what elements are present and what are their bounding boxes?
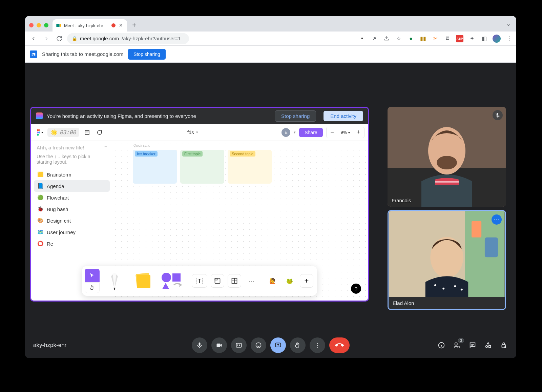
microphone-button[interactable] [192, 337, 207, 353]
extensions-puzzle-icon[interactable]: ✦ [468, 35, 476, 42]
chat-button[interactable] [468, 341, 477, 350]
tab-close-button[interactable]: ✕ [118, 23, 124, 28]
chevron-down-icon[interactable]: ▾ [294, 130, 296, 135]
side-panel-icon[interactable]: ◧ [480, 35, 488, 42]
close-window-button[interactable] [29, 23, 34, 27]
table-tool[interactable] [228, 274, 241, 288]
zoom-out-button[interactable]: − [327, 128, 337, 137]
activities-button[interactable] [484, 341, 493, 350]
people-button[interactable]: 3 [453, 341, 461, 350]
template-item[interactable]: 🟢Flowchart [34, 192, 110, 203]
participant-video [388, 107, 506, 207]
template-item[interactable]: 🎨Design crit [34, 215, 110, 226]
share-icon[interactable] [383, 35, 390, 42]
comment-tool-icon[interactable] [95, 128, 104, 137]
url-field[interactable]: 🔒 meet.google.com/aky-hzpk-ehr?authuser=… [67, 33, 189, 44]
bookmark-star-icon[interactable]: ☆ [395, 35, 402, 42]
canvas-card[interactable]: First topic [180, 150, 224, 184]
frame-tool-icon[interactable] [83, 128, 91, 137]
profile-avatar[interactable] [493, 35, 501, 43]
svg-rect-42 [489, 346, 491, 347]
figma-share-button[interactable]: Share [299, 128, 322, 137]
meeting-details-button[interactable] [437, 341, 446, 350]
figma-logo-icon [36, 112, 43, 119]
extension-green-check-icon[interactable]: ● [407, 35, 415, 42]
forward-button[interactable] [41, 34, 51, 44]
camera-indicator-icon[interactable]: ▪️ [358, 35, 366, 42]
figma-user-avatar[interactable]: E [282, 128, 290, 137]
shapes-tool[interactable] [158, 269, 185, 293]
self-tile[interactable]: ⋯ Elad Alon [388, 210, 506, 310]
reactions-button[interactable] [251, 337, 266, 353]
reload-button[interactable] [54, 34, 64, 44]
captions-button[interactable] [231, 337, 247, 353]
template-item[interactable]: ⭕Re [34, 238, 110, 249]
pencil-tool[interactable] [101, 269, 128, 293]
help-button[interactable]: ? [351, 284, 361, 294]
sticky-note-tool[interactable] [129, 269, 157, 293]
participant-name: Elad Alon [393, 300, 414, 306]
svg-point-5 [37, 133, 39, 136]
stop-sharing-button[interactable]: Stop sharing [128, 49, 166, 60]
leave-call-button[interactable] [329, 337, 350, 353]
svg-rect-13 [215, 278, 217, 280]
tab-strip: Meet - aky-hzpk-ehr ✕ + [25, 16, 516, 32]
more-options-button[interactable]: ⋮ [310, 337, 325, 353]
activity-banner: You're hosting an activity using Figma, … [31, 108, 368, 124]
svg-point-29 [454, 285, 456, 287]
template-item[interactable]: 🗺️User journey [34, 226, 110, 238]
url-domain: meet.google.com [80, 36, 119, 41]
text-tool[interactable]: ┊T┊ [192, 274, 207, 288]
section-tool[interactable] [211, 274, 224, 288]
end-activity-button[interactable]: End activity [324, 111, 363, 121]
template-item[interactable]: 🟨Brainstorm [34, 169, 110, 180]
stamp-tool-2[interactable]: 🐸 [283, 274, 296, 288]
host-controls-button[interactable] [499, 341, 508, 350]
extension-abp-icon[interactable]: ABP [456, 35, 463, 42]
browser-tab[interactable]: Meet - aky-hzpk-ehr ✕ [53, 19, 127, 32]
activity-stop-sharing-button[interactable]: Stop sharing [275, 110, 316, 122]
tab-overflow-button[interactable] [506, 23, 511, 29]
participant-tile[interactable]: Francois [388, 107, 506, 207]
participant-name: Francois [392, 198, 411, 203]
svg-point-44 [505, 347, 506, 348]
svg-rect-11 [172, 273, 181, 282]
figma-document-title[interactable]: fds▾ [107, 129, 278, 135]
zoom-in-button[interactable]: + [353, 128, 363, 137]
chrome-menu-button[interactable]: ⋮ [505, 35, 513, 42]
camera-button[interactable] [211, 337, 227, 353]
meet-favicon-icon [56, 23, 61, 28]
figma-toolbar: ┊T┊ ⋯ 🙋 🐸 + [82, 266, 317, 296]
figma-main-menu[interactable]: ▾ [35, 128, 44, 137]
template-item[interactable]: 📘Agenda [34, 180, 110, 192]
stamp-tool-1[interactable]: 🙋 [266, 274, 279, 288]
collapse-icon[interactable]: ⌃ [103, 145, 110, 151]
lock-icon: 🔒 [72, 36, 77, 41]
template-label: User journey [47, 229, 76, 235]
template-item[interactable]: 🐞Bug bash [34, 203, 110, 215]
more-tools-button[interactable]: ⋯ [245, 274, 258, 288]
extension-scissors-icon[interactable]: ✂︎ [432, 35, 439, 42]
maximize-window-button[interactable] [44, 23, 48, 27]
svg-point-41 [486, 346, 488, 347]
timer-chip[interactable]: 🌟 03:00 [47, 128, 79, 137]
select-tool[interactable] [85, 269, 100, 282]
hand-tool[interactable] [85, 282, 100, 293]
canvas-card[interactable]: Ice breaker [133, 150, 177, 184]
zoom-value[interactable]: 9% ▾ [339, 130, 352, 135]
new-tab-button[interactable]: + [129, 20, 139, 30]
add-tool-button[interactable]: + [300, 274, 313, 288]
present-button[interactable] [270, 337, 286, 353]
svg-point-27 [434, 284, 436, 286]
open-external-icon[interactable] [371, 35, 378, 42]
svg-point-2 [38, 129, 40, 131]
minimize-window-button[interactable] [37, 23, 41, 27]
timer-value: 03:00 [60, 129, 76, 136]
address-bar: 🔒 meet.google.com/aky-hzpk-ehr?authuser=… [25, 32, 516, 46]
canvas-card[interactable]: Second topic [228, 150, 272, 184]
extension-books-icon[interactable]: ▮▮ [419, 35, 427, 42]
tile-more-button[interactable]: ⋯ [492, 214, 502, 225]
raise-hand-button[interactable] [290, 337, 306, 353]
extension-monitor-icon[interactable]: 🖥 [444, 35, 451, 42]
back-button[interactable] [28, 34, 39, 44]
